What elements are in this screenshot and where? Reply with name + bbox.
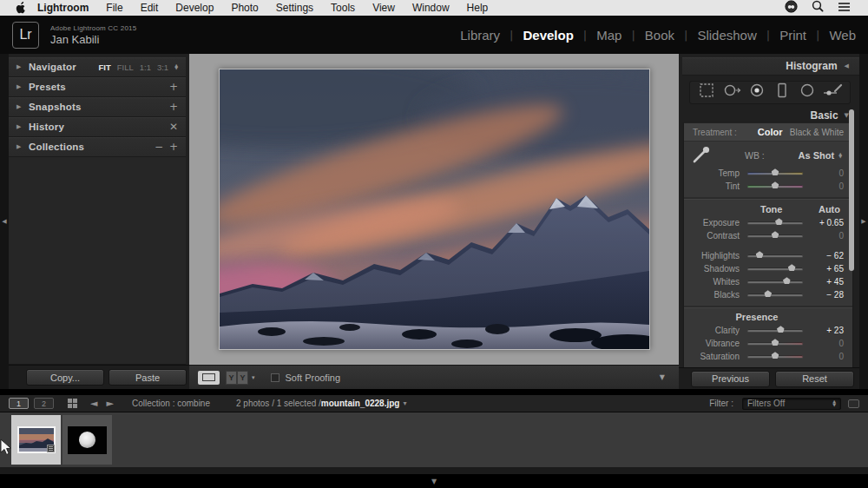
treatment-bw-option[interactable]: Black & White bbox=[790, 128, 844, 137]
collapse-left-icon[interactable]: ◀ bbox=[2, 218, 6, 225]
grid-view-icon[interactable] bbox=[68, 399, 77, 408]
slider-track[interactable] bbox=[747, 234, 803, 237]
disclosure-triangle-icon[interactable]: ▶ bbox=[16, 123, 29, 130]
apple-icon[interactable] bbox=[16, 2, 27, 15]
copy-button[interactable]: Copy... bbox=[26, 369, 104, 386]
thumbnail-unselected[interactable] bbox=[62, 415, 112, 465]
radial-filter-icon[interactable] bbox=[797, 82, 818, 102]
menu-item-lightroom[interactable]: Lightroom bbox=[34, 0, 97, 16]
soft-proofing-label[interactable]: Soft Proofing bbox=[286, 373, 341, 383]
disclosure-triangle-icon[interactable]: ▶ bbox=[16, 103, 29, 110]
add-snapshot-icon[interactable]: + bbox=[169, 102, 178, 112]
graduated-filter-icon[interactable] bbox=[772, 82, 792, 102]
menu-item-help[interactable]: Help bbox=[458, 0, 497, 16]
slider-thumb[interactable] bbox=[772, 352, 779, 359]
zoom-fit[interactable]: FIT bbox=[98, 63, 110, 72]
menu-item-edit[interactable]: Edit bbox=[132, 0, 168, 16]
remove-collection-icon[interactable]: − bbox=[155, 142, 163, 152]
add-collection-icon[interactable]: + bbox=[169, 142, 178, 152]
slider-value[interactable]: + 65 bbox=[811, 264, 844, 274]
slider-thumb[interactable] bbox=[788, 264, 796, 271]
left-panel-collapse-strip[interactable]: ◀ bbox=[0, 54, 9, 389]
zoom-1-1[interactable]: 1:1 bbox=[140, 63, 151, 72]
filmstrip-hide-icon[interactable]: ▼ bbox=[431, 478, 437, 485]
adjustment-badge-icon[interactable] bbox=[47, 445, 55, 452]
zoom-updown-icon[interactable]: ▲▼ bbox=[174, 64, 178, 70]
go-back-icon[interactable]: ◄ bbox=[86, 398, 102, 409]
paste-button[interactable]: Paste bbox=[108, 369, 187, 386]
slider-thumb[interactable] bbox=[783, 277, 791, 284]
crop-overlay-icon[interactable] bbox=[696, 82, 717, 102]
module-print[interactable]: Print bbox=[779, 28, 806, 43]
menu-item-view[interactable]: View bbox=[364, 0, 404, 16]
module-map[interactable]: Map bbox=[596, 28, 621, 43]
right-panel-scrollbar[interactable] bbox=[849, 109, 854, 271]
disclosure-triangle-icon[interactable]: ▶ bbox=[16, 143, 29, 150]
slider-thumb[interactable] bbox=[772, 231, 779, 238]
photo-mountain-sunset[interactable] bbox=[219, 69, 650, 350]
go-forward-icon[interactable]: ► bbox=[102, 398, 117, 409]
module-develop[interactable]: Develop bbox=[523, 28, 574, 43]
histogram-collapse-icon[interactable]: ◀ bbox=[845, 63, 849, 69]
slider-track[interactable] bbox=[747, 221, 803, 224]
slider-value[interactable]: 0 bbox=[811, 181, 844, 191]
disclosure-triangle-icon[interactable]: ▶ bbox=[16, 83, 29, 90]
panel-header-collections[interactable]: ▶ Collections − + bbox=[9, 137, 186, 157]
wb-value-dropdown[interactable]: As Shot ▲▼ bbox=[799, 150, 842, 161]
reset-button[interactable]: Reset bbox=[775, 371, 854, 387]
slider-thumb[interactable] bbox=[772, 168, 779, 175]
module-library[interactable]: Library bbox=[460, 28, 500, 43]
slider-value[interactable]: 0 bbox=[811, 168, 844, 178]
slider-thumb[interactable] bbox=[775, 218, 783, 225]
right-panel-collapse-strip[interactable]: ▶ bbox=[859, 54, 868, 389]
toolbar-options-dropdown-icon[interactable]: ▼ bbox=[660, 373, 670, 381]
panel-header-history[interactable]: ▶ History ✕ bbox=[9, 117, 186, 137]
module-web[interactable]: Web bbox=[829, 28, 856, 43]
slider-track[interactable] bbox=[747, 185, 803, 188]
treatment-color-option[interactable]: Color bbox=[758, 127, 783, 137]
before-after-left-icon[interactable]: Y bbox=[226, 371, 237, 385]
slider-value[interactable]: + 45 bbox=[811, 277, 844, 287]
panel-header-presets[interactable]: ▶ Presets + bbox=[9, 77, 186, 97]
panel-header-histogram[interactable]: Histogram ◀ bbox=[682, 57, 859, 76]
spot-removal-icon[interactable] bbox=[721, 82, 742, 102]
slider-value[interactable]: 0 bbox=[811, 352, 844, 361]
panel-header-navigator[interactable]: ▶ Navigator FIT FILL 1:1 3:1 ▲▼ bbox=[9, 57, 186, 77]
filter-lock-icon[interactable] bbox=[848, 399, 859, 408]
slider-thumb[interactable] bbox=[772, 181, 779, 188]
slider-track[interactable] bbox=[747, 254, 803, 257]
eyedropper-icon[interactable] bbox=[691, 143, 713, 168]
slider-value[interactable]: + 23 bbox=[811, 326, 844, 335]
thumbnail-moon-photo[interactable] bbox=[68, 426, 107, 454]
module-slideshow[interactable]: Slideshow bbox=[697, 28, 756, 43]
thumbnail-selected[interactable] bbox=[11, 415, 61, 465]
collection-source-label[interactable]: Collection : combine bbox=[132, 399, 210, 408]
expand-right-icon[interactable]: ▶ bbox=[861, 218, 865, 225]
menu-item-file[interactable]: File bbox=[97, 0, 131, 16]
slider-track[interactable] bbox=[747, 355, 803, 358]
soft-proofing-checkbox[interactable] bbox=[271, 373, 279, 382]
auto-tone-button[interactable]: Auto bbox=[819, 204, 840, 214]
filter-dropdown[interactable]: Filters Off ▲▼ bbox=[742, 398, 841, 410]
panel-header-snapshots[interactable]: ▶ Snapshots + bbox=[9, 97, 186, 117]
slider-thumb[interactable] bbox=[772, 339, 779, 346]
panel-header-basic[interactable]: Basic ▼ bbox=[682, 108, 859, 123]
slider-track[interactable] bbox=[747, 280, 803, 283]
red-eye-icon[interactable] bbox=[746, 82, 767, 102]
slider-value[interactable]: + 0.65 bbox=[811, 218, 844, 228]
slider-track[interactable] bbox=[747, 172, 803, 175]
slider-thumb[interactable] bbox=[756, 251, 764, 258]
adjustment-brush-icon[interactable] bbox=[822, 82, 845, 102]
before-after-view-icons[interactable]: Y Y bbox=[226, 371, 248, 385]
before-after-dropdown-icon[interactable]: ▾ bbox=[252, 374, 255, 381]
slider-value[interactable]: − 62 bbox=[811, 251, 844, 260]
list-menu-icon[interactable] bbox=[838, 0, 851, 16]
zoom-fill[interactable]: FILL bbox=[117, 63, 134, 72]
before-after-right-icon[interactable]: Y bbox=[237, 371, 248, 385]
main-window-button[interactable]: 1 bbox=[9, 398, 29, 409]
slider-track[interactable] bbox=[747, 293, 803, 296]
menu-item-develop[interactable]: Develop bbox=[167, 0, 222, 16]
zoom-3-1[interactable]: 3:1 bbox=[157, 63, 168, 72]
thumbnail-mountain-photo[interactable] bbox=[17, 426, 56, 453]
slider-value[interactable]: 0 bbox=[811, 231, 844, 241]
